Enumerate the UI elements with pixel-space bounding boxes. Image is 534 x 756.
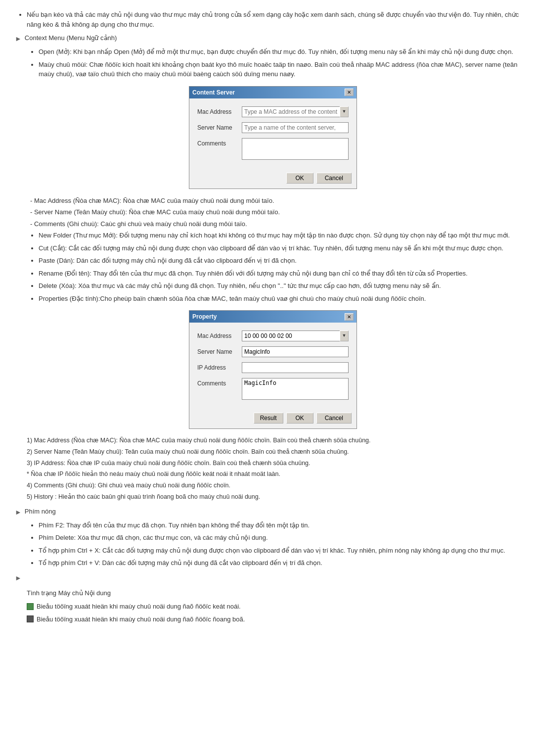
note-comments: Comments (Ghi chuù): Caùc ghi chuù veà m… bbox=[27, 219, 519, 229]
property-dialog-title: Property bbox=[192, 312, 217, 321]
status-section-title-container: Tình trạng Máy chủ Nội dung bbox=[27, 588, 519, 598]
menu-paste: Paste (Dán): Dán các đối tượng máy chủ n… bbox=[39, 256, 519, 266]
context-menu-title: Context Menu (Menu Ngữ cảnh) bbox=[25, 33, 117, 43]
server-name-input[interactable] bbox=[242, 122, 349, 133]
context-menu-item-new: Maùy chuû möùi: Chæ ñöôïc kích hoaït khi… bbox=[39, 60, 519, 79]
prop-mac-dropdown-arrow[interactable]: ▼ bbox=[340, 331, 349, 341]
menu-new-folder: New Folder (Thư mục Mới): Đối tượng menu… bbox=[39, 231, 519, 240]
hotkeys-section: ► Phím nóng Phím F2: Thay đổi tên của th… bbox=[15, 507, 519, 568]
status-connected-text: Bieåu töôïng xuaát hieän khi maùy chuû n… bbox=[37, 602, 241, 612]
result-button[interactable]: Result bbox=[254, 413, 283, 424]
prop-cancel-button[interactable]: Cancel bbox=[316, 413, 352, 424]
context-menu-section: ► Context Menu (Menu Ngữ cảnh) Open (Mở)… bbox=[15, 33, 519, 502]
hotkey-ctrl-v: Tổ hợp phím Ctrl + V: Dán các đối tượng … bbox=[39, 558, 519, 568]
mac-address-field[interactable]: ▼ bbox=[242, 106, 349, 117]
context-menu-header: ► Context Menu (Menu Ngữ cảnh) bbox=[15, 33, 519, 44]
prop-note-star: * Ñòa chæ IP ñöôïc hieản thò neáu maùy c… bbox=[27, 470, 519, 479]
prop-mac-field[interactable]: ▼ bbox=[242, 331, 349, 341]
property-dialog-titlebar: Property ✕ bbox=[189, 311, 356, 323]
dialog-titlebar: Content Server ✕ bbox=[189, 87, 356, 98]
menu-rename: Rename (Đổi tên): Thay đổi tên của thư m… bbox=[39, 269, 519, 279]
more-menu-items: New Folder (Thư mục Mới): Đối tượng menu… bbox=[39, 231, 519, 303]
hotkeys-body: Phím F2: Thay đổi tên của thư mục đã chọ… bbox=[27, 520, 519, 568]
mac-address-row: Mac Address ▼ bbox=[197, 106, 349, 117]
status-title: Tình trạng Máy chủ Nội dung bbox=[27, 589, 111, 597]
status-disconnected-text: Bieåu töôïng xuaát hieän khi maùy chuû n… bbox=[37, 614, 245, 624]
property-dialog-close-button[interactable]: ✕ bbox=[345, 313, 354, 321]
empty-section: ► bbox=[15, 573, 519, 583]
prop-comments-row: Comments MagicInfo bbox=[197, 378, 349, 400]
content-server-dialog: Content Server ✕ Mac Address ▼ Server Na… bbox=[189, 86, 357, 189]
mac-address-label: Mac Address bbox=[197, 106, 242, 116]
hotkey-ctrl-x: Tổ hợp phím Ctrl + X: Cắt các đối tượng … bbox=[39, 546, 519, 556]
dialog-body: Mac Address ▼ Server Name Comments bbox=[189, 98, 356, 170]
context-menu-arrow-icon: ► bbox=[15, 34, 22, 44]
property-notes: 1) Mac Address (Ñòa chæ MAC): Ñòa chæ MA… bbox=[27, 436, 519, 502]
dialog-buttons: OK Cancel bbox=[189, 170, 356, 189]
status-disconnected-icon bbox=[27, 615, 34, 622]
prop-ip-row: IP Address bbox=[197, 362, 349, 373]
dialog-close-button[interactable]: ✕ bbox=[345, 89, 354, 96]
prop-mac-label: Mac Address bbox=[197, 331, 242, 340]
dialog-notes: Mac Address (Ñòa chæ MAC): Ñòa chæ MAC c… bbox=[27, 196, 519, 229]
status-connected-icon bbox=[27, 603, 34, 610]
mac-address-dropdown-arrow[interactable]: ▼ bbox=[340, 106, 349, 117]
menu-cut: Cut (Cắt): Cắt các đối tượng máy chủ nội… bbox=[39, 243, 519, 253]
context-menu-item-open: Open (Mở): Khi bạn nhấp Open (Mở) để mở … bbox=[39, 47, 519, 57]
note-server: Server Name (Teân Maùy chuû): Ñòa chæ MA… bbox=[27, 207, 519, 217]
prop-note-2: 2) Server Name (Teân Maùy chuû): Teân cu… bbox=[27, 447, 519, 457]
context-menu-body: Open (Mở): Khi bạn nhấp Open (Mở) để mở … bbox=[27, 47, 519, 502]
prop-ip-input[interactable] bbox=[242, 362, 349, 373]
dialog-title: Content Server bbox=[192, 88, 235, 97]
prop-mac-row: Mac Address ▼ bbox=[197, 331, 349, 341]
property-dialog: Property ✕ Mac Address ▼ Server Name bbox=[189, 310, 357, 429]
prop-server-label: Server Name bbox=[197, 346, 242, 356]
status-item-disconnected: Bieåu töôïng xuaát hieän khi maùy chuû n… bbox=[27, 614, 519, 624]
menu-properties: Properties (Đặc tính):Cho pheùp baïn chæ… bbox=[39, 294, 519, 304]
prop-note-3: 3) IP Address: Ñòa chæ IP cuûa maùy chuû… bbox=[27, 459, 519, 468]
prop-note-1: 1) Mac Address (Ñòa chæ MAC): Ñòa chæ MA… bbox=[27, 436, 519, 445]
empty-arrow-icon: ► bbox=[15, 574, 22, 582]
prop-comments-input[interactable]: MagicInfo bbox=[242, 378, 349, 400]
comments-row: Comments bbox=[197, 138, 349, 160]
intro-list: Nếu bạn kéo và thả các máy chủ nội dung … bbox=[27, 10, 519, 29]
prop-comments-label: Comments bbox=[197, 378, 242, 388]
status-section: Tình trạng Máy chủ Nội dung Bieåu töôïng… bbox=[15, 588, 519, 624]
prop-ok-button[interactable]: OK bbox=[286, 413, 313, 424]
status-items: Bieåu töôïng xuaát hieän khi maùy chuû n… bbox=[27, 602, 519, 624]
mac-address-input[interactable] bbox=[242, 106, 340, 117]
ok-button[interactable]: OK bbox=[286, 173, 313, 184]
cancel-button[interactable]: Cancel bbox=[316, 173, 352, 184]
menu-delete: Delete (Xóa): Xóa thư mục và các máy chủ… bbox=[39, 281, 519, 291]
intro-bullet-item: Nếu bạn kéo và thả các máy chủ nội dung … bbox=[27, 10, 519, 29]
hotkey-delete: Phím Delete: Xóa thư mục đã chọn, các th… bbox=[39, 533, 519, 543]
comments-label: Comments bbox=[197, 138, 242, 148]
hotkey-f2: Phím F2: Thay đổi tên của thư mục đã chọ… bbox=[39, 520, 519, 530]
note-mac: Mac Address (Ñòa chæ MAC): Ñòa chæ MAC c… bbox=[27, 196, 519, 206]
property-dialog-buttons: Result OK Cancel bbox=[189, 410, 356, 428]
server-name-label: Server Name bbox=[197, 122, 242, 132]
comments-input[interactable] bbox=[242, 138, 349, 160]
property-dialog-body: Mac Address ▼ Server Name IP Address bbox=[189, 323, 356, 410]
prop-note-4: 4) Comments (Ghi chuù): Ghi chuù veà maù… bbox=[27, 481, 519, 490]
prop-mac-input[interactable] bbox=[242, 331, 340, 341]
page-content: Nếu bạn kéo và thả các máy chủ nội dung … bbox=[15, 10, 519, 624]
hotkeys-header: ► Phím nóng bbox=[15, 507, 519, 518]
hotkeys-list: Phím F2: Thay đổi tên của thư mục đã chọ… bbox=[39, 520, 519, 568]
hotkeys-arrow-icon: ► bbox=[15, 507, 22, 518]
status-item-connected: Bieåu töôïng xuaát hieän khi maùy chuû n… bbox=[27, 602, 519, 612]
prop-server-row: Server Name bbox=[197, 346, 349, 357]
context-menu-items: Open (Mở): Khi bạn nhấp Open (Mở) để mở … bbox=[39, 47, 519, 79]
prop-ip-label: IP Address bbox=[197, 362, 242, 372]
hotkeys-title: Phím nóng bbox=[25, 507, 56, 517]
server-name-row: Server Name bbox=[197, 122, 349, 133]
prop-note-5: 5) History : Hieản thò caùc baûn ghi qua… bbox=[27, 492, 519, 502]
prop-server-input[interactable] bbox=[242, 346, 349, 357]
